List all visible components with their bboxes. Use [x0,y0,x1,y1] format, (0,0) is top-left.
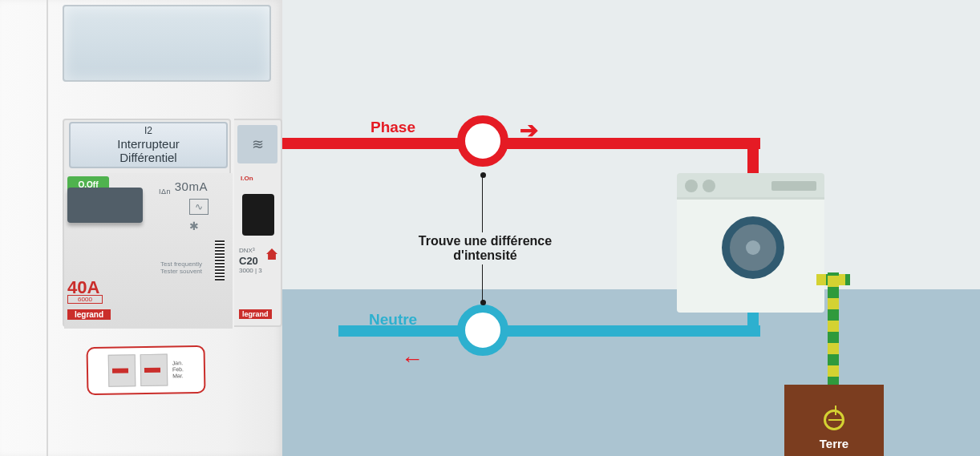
model-rating: C20 [239,255,262,268]
breaker-label-line2: Interrupteur [117,137,180,151]
differential-switch: I2 Interrupteur Différentiel O.Off IΔn 3… [63,119,231,327]
switch-lever-2[interactable] [242,194,274,236]
machine-knob-icon-2 [703,180,715,192]
breaking-capacity: 6000 [67,295,103,304]
current-arrow-right-icon: ➔ [520,117,538,143]
washing-machine [677,173,824,313]
barcode-icon [215,240,225,280]
model-label: DNX³ C20 3000 | 3 [239,247,262,275]
machine-drum-icon [722,216,784,279]
breaker-panel: I2 Interrupteur Différentiel O.Off IΔn 3… [0,0,282,456]
brand-badge-2: legrand [239,309,272,319]
sticker-breaker-icon-2 [140,354,168,387]
model-series: DNX³ [239,247,255,254]
sticker-breaker-icon [108,354,136,387]
switch-on-indicator: I.On [241,175,253,182]
test-note: Test frequently Tester souvent [160,261,202,276]
breaker-label-line1: I2 [144,126,152,137]
breaker-label-line3: Différentiel [119,151,176,164]
sticker-months: Jan. Feb. Mar. [172,361,184,379]
snowflake-icon: ✱ [189,220,199,232]
ground-block: Terre [784,385,884,456]
circuit-diagram: Phase Neutre ➔ ← Trouve une différence d… [282,0,980,456]
current-arrow-left-icon: ← [401,346,423,372]
comparison-caption: Trouve une différence d'intensité [383,232,587,264]
ground-symbol-icon [824,410,844,430]
idn-prefix: IΔn [159,188,171,196]
phase-sensor-node [457,115,508,167]
sensitivity-value: 30mA [175,180,208,193]
breaker-label: I2 Interrupteur Différentiel [69,122,228,168]
switch-lever[interactable] [67,188,143,223]
house-icon [266,248,277,260]
neutral-sensor-node [457,305,508,356]
model-sub: 3000 | 3 [239,267,262,274]
sensitivity-label: IΔn 30mA [159,180,208,196]
ground-label: Terre [820,437,848,450]
panel-window [63,5,271,82]
machine-divider [677,197,824,200]
heater-icon: ≋ [237,125,277,163]
brand-badge: legrand [67,309,111,320]
ac-type-icon: ∿ [189,199,209,215]
machine-knob-icon [685,180,698,192]
test-reminder-sticker: Jan. Feb. Mar. [86,345,205,396]
earth-wire [828,272,839,399]
circuit-breaker-c20: ≋ I.On DNX³ C20 3000 | 3 legrand [234,119,282,327]
phase-label: Phase [371,119,415,136]
neutral-label: Neutre [369,311,417,329]
detergent-slot-icon [771,181,816,191]
test-note-line2: Tester souvent [160,268,202,276]
